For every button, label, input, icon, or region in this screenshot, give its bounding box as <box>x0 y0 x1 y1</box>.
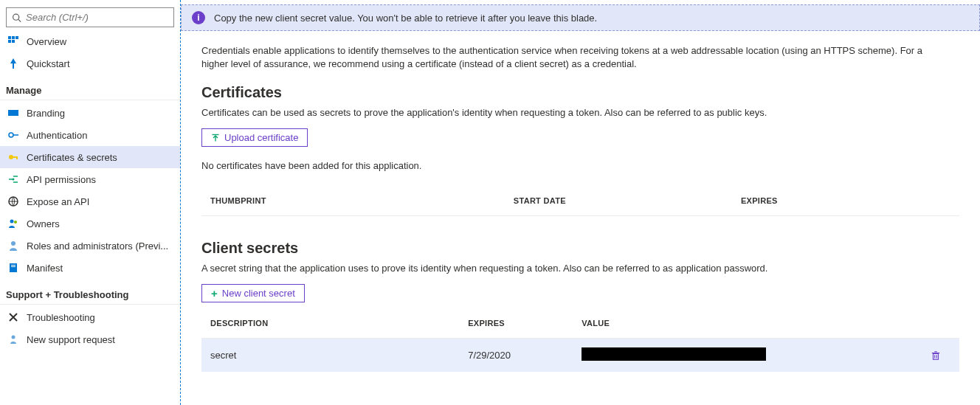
svg-point-15 <box>10 220 14 224</box>
col-expires: EXPIRES <box>732 186 959 216</box>
table-row: secret 7/29/2020 <box>201 339 959 373</box>
info-banner: i Copy the new client secret value. You … <box>181 4 980 31</box>
roles-icon <box>7 240 19 252</box>
sidebar-item-branding[interactable]: Branding <box>0 102 180 124</box>
sidebar-item-roles[interactable]: Roles and administrators (Previ... <box>0 235 180 257</box>
sidebar-item-label: Manifest <box>27 263 63 274</box>
sidebar-item-label: Roles and administrators (Previ... <box>27 240 168 252</box>
sidebar-item-overview[interactable]: Overview <box>0 30 180 52</box>
sidebar-item-expose-api[interactable]: Expose an API <box>0 190 180 212</box>
sidebar-item-label: Expose an API <box>27 196 89 207</box>
quickstart-icon <box>7 58 19 69</box>
sidebar-item-authentication[interactable]: Authentication <box>0 124 180 146</box>
svg-point-13 <box>13 179 15 181</box>
sidebar-item-quickstart[interactable]: Quickstart <box>0 52 180 75</box>
svg-rect-5 <box>8 40 11 43</box>
expose-api-icon <box>7 195 19 207</box>
support-icon <box>7 333 19 345</box>
new-client-secret-button[interactable]: + New client secret <box>201 284 305 302</box>
sidebar: « Overview Quickstart Manage Branding Au… <box>0 0 181 405</box>
sidebar-section-support: Support + Troubleshooting <box>0 279 180 305</box>
svg-rect-23 <box>933 353 938 359</box>
main-content: i Copy the new client secret value. You … <box>181 0 980 405</box>
svg-point-21 <box>12 336 15 339</box>
sidebar-item-label: Certificates & secrets <box>27 152 117 163</box>
authentication-icon <box>7 129 19 141</box>
sidebar-item-certificates-secrets[interactable]: Certificates & secrets <box>0 146 180 168</box>
sidebar-item-label: Quickstart <box>27 58 70 69</box>
svg-rect-12 <box>16 156 18 159</box>
owners-icon <box>7 218 19 229</box>
svg-point-17 <box>11 241 15 246</box>
col-expires: EXPIRES <box>459 308 573 339</box>
sidebar-item-api-permissions[interactable]: API permissions <box>0 168 180 190</box>
sidebar-section-manage: Manage <box>0 75 180 100</box>
col-value: VALUE <box>573 308 921 339</box>
svg-rect-3 <box>12 36 15 39</box>
svg-rect-6 <box>12 40 15 43</box>
sidebar-item-label: Troubleshooting <box>27 312 95 323</box>
sidebar-item-label: Branding <box>27 108 65 119</box>
delete-secret-button[interactable] <box>931 350 950 361</box>
secret-description: secret <box>201 339 459 373</box>
clientsecrets-table: DESCRIPTION EXPIRES VALUE secret 7/29/20… <box>201 308 959 372</box>
intro-text: Credentials enable applications to ident… <box>201 44 925 71</box>
upload-icon <box>211 134 220 142</box>
search-icon <box>12 13 21 22</box>
overview-icon <box>7 35 19 47</box>
svg-line-1 <box>18 19 21 21</box>
certificates-empty: No certificates have been added for this… <box>201 160 959 171</box>
info-banner-text: Copy the new client secret value. You wo… <box>214 13 597 24</box>
sidebar-item-support-request[interactable]: New support request <box>0 328 180 350</box>
branding-icon <box>7 107 19 119</box>
upload-certificate-button[interactable]: Upload certificate <box>201 128 308 147</box>
api-permissions-icon <box>7 173 19 185</box>
upload-certificate-label: Upload certificate <box>224 132 298 143</box>
col-description: DESCRIPTION <box>201 308 459 339</box>
svg-rect-7 <box>8 110 18 116</box>
secret-value-cell <box>573 339 921 373</box>
certificates-table: THUMBPRINT START DATE EXPIRES <box>201 186 959 216</box>
svg-rect-19 <box>11 265 15 266</box>
search-wrap <box>0 4 180 30</box>
certificates-heading: Certificates <box>201 84 959 101</box>
svg-rect-18 <box>10 263 17 272</box>
key-icon <box>7 151 19 163</box>
sidebar-item-troubleshooting[interactable]: Troubleshooting <box>0 306 180 328</box>
clientsecrets-heading: Client secrets <box>201 240 959 257</box>
info-icon: i <box>192 11 205 24</box>
svg-point-0 <box>13 14 19 20</box>
svg-point-8 <box>9 133 13 137</box>
sidebar-item-label: Owners <box>27 218 60 229</box>
search-input[interactable] <box>6 7 174 27</box>
sidebar-item-label: New support request <box>27 334 115 345</box>
sidebar-item-label: API permissions <box>27 174 96 185</box>
secret-expires: 7/29/2020 <box>459 339 573 373</box>
svg-point-16 <box>14 221 17 224</box>
manifest-icon <box>7 262 19 274</box>
new-client-secret-label: New client secret <box>222 288 295 299</box>
certificates-desc: Certificates can be used as secrets to p… <box>201 107 959 118</box>
col-thumbprint: THUMBPRINT <box>201 186 505 216</box>
svg-rect-20 <box>11 266 15 267</box>
sidebar-item-label: Authentication <box>27 130 87 141</box>
svg-rect-4 <box>15 36 18 39</box>
troubleshooting-icon <box>7 311 19 323</box>
svg-rect-2 <box>8 36 11 39</box>
sidebar-item-label: Overview <box>27 36 66 47</box>
sidebar-item-manifest[interactable]: Manifest <box>0 257 180 279</box>
plus-icon: + <box>211 289 218 298</box>
col-startdate: START DATE <box>505 186 732 216</box>
secret-value-masked <box>582 347 766 361</box>
sidebar-item-owners[interactable]: Owners <box>0 212 180 235</box>
clientsecrets-desc: A secret string that the application use… <box>201 263 959 274</box>
